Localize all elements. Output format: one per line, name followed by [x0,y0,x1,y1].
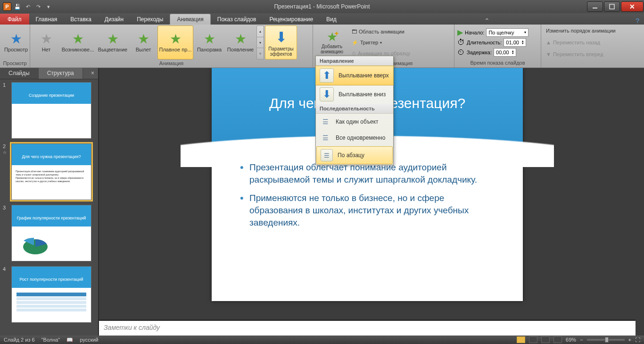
bullet-item: Применяются не только в бизнесе, но и сф… [240,192,499,228]
notes-pane[interactable]: Заметки к слайду [99,319,636,336]
anim-flyin[interactable]: ★Вылет [130,25,157,59]
panel-close-icon[interactable]: × [87,68,98,79]
save-icon[interactable]: 💾 [13,2,22,11]
redo-icon[interactable]: ↷ [34,2,42,11]
delay-spinner[interactable]: 00,00▴▾ [494,48,516,57]
anim-label: Нет [42,47,51,52]
anim-appear[interactable]: ★Возникнове... [60,25,95,59]
slide-body[interactable]: Презентация облегчает понимание аудитори… [240,161,499,235]
clock-icon: ⏱ [457,38,465,47]
option-float-down[interactable]: ⬇ Выплывание вниз [316,85,393,104]
star-icon: ★ [41,33,52,46]
option-all-at-once[interactable]: ☰ Все одновременно [316,130,393,146]
view-sorter-button[interactable] [529,336,537,343]
list-icon: ☰ [320,116,331,127]
animation-gallery-more[interactable]: ▴▾▿ [256,25,264,59]
thumbnail-item[interactable]: 3 График популярности презентаций [3,205,95,261]
thumb-preview[interactable]: Создание презентации [11,82,91,139]
move-later-button[interactable]: ▼Переместить вперед [544,49,618,59]
delay-field: ⏲ Задержка: 00,00▴▾ [457,48,528,57]
preview-button[interactable]: ★ Просмотр [3,25,29,59]
svg-rect-0 [593,8,597,8]
ribbon-tabs: Файл Главная Вставка Дизайн Переходы Ани… [0,13,644,25]
animation-pane-button[interactable]: 🗔Область анимации [350,26,412,37]
group-timing-label: Время показа слайдов [454,60,541,67]
zoom-in-button[interactable]: + [628,337,631,343]
move-earlier-button[interactable]: ▲Переместить назад [544,37,618,48]
tab-transitions[interactable]: Переходы [130,14,170,25]
thumb-preview[interactable]: График популярности презентаций [11,205,91,261]
group-reorder: Изменить порядок анимации ▲Переместить н… [541,25,642,67]
file-tab[interactable]: Файл [0,14,29,25]
undo-icon[interactable]: ↶ [24,2,32,11]
option-as-one[interactable]: ☰ Как один объект [316,114,393,130]
tab-slideshow[interactable]: Показ слайдов [211,14,263,25]
zoom-thumb[interactable] [605,337,609,343]
effect-options-menu: Направление ⬆ Выплывание вверх ⬇ Выплыва… [315,56,394,165]
option-label: Все одновременно [336,134,385,141]
thumbnails-list: 1 Создание презентации 2☆ Для чего нужна… [0,79,98,336]
tab-design[interactable]: Дизайн [98,14,130,25]
thumbnail-item[interactable]: 2☆ Для чего нужна презентация?Презентаци… [3,143,95,200]
vertical-scrollbar[interactable] [636,68,644,336]
fit-to-window-button[interactable]: ⛶ [635,337,640,343]
thumbnail-item[interactable]: 1 Создание презентации [3,82,95,139]
preview-label: Просмотр [4,47,28,52]
start-field: ▶ Начало: По щелчку▾ [457,28,528,37]
zoom-slider[interactable] [587,339,625,341]
anim-label: Возникнове... [62,47,94,52]
star-icon: ★ [204,33,215,46]
spellcheck-icon[interactable]: 📖 [66,337,73,343]
anim-fade[interactable]: ★Выцветание [96,25,129,59]
help-icon[interactable]: ? [631,17,644,25]
group-animation: ★Нет ★Возникнове... ★Выцветание ★Вылет ★… [30,25,313,67]
thumb-number: 1 [3,82,8,139]
view-normal-button[interactable] [517,336,525,343]
start-dropdown[interactable]: По щелчку▾ [486,28,528,37]
zoom-level[interactable]: 69% [566,337,576,343]
animation-indicator-icon: ☆ [3,150,7,155]
anim-wipe[interactable]: ★Появление [225,25,256,59]
star-icon: ★ [138,33,149,46]
tab-home[interactable]: Главная [29,14,64,25]
delay-value: 00,00 [496,50,509,55]
tab-outline[interactable]: Структура [39,68,83,79]
thumbnail-item[interactable]: 4 Рост популярности презентаций [3,266,95,323]
duration-label: Длительность: [467,40,502,45]
tab-insert[interactable]: Вставка [64,14,98,25]
view-slideshow-button[interactable] [553,336,562,343]
language-indicator[interactable]: русский [80,337,98,343]
tab-animation[interactable]: Анимация [170,14,210,25]
star-icon: ★ [235,33,247,46]
thumb-preview[interactable]: Рост популярности презентаций [11,266,91,323]
zoom-out-button[interactable]: − [580,337,583,343]
advanced-buttons: 🗔Область анимации ⚡Триггер▾ ✩Анимация по… [350,26,412,59]
tab-view[interactable]: Вид [320,14,343,25]
anim-floatin[interactable]: ★Плавное пр... [157,25,193,59]
duration-spinner[interactable]: 01,00▴▾ [504,38,526,47]
qat-more-icon[interactable]: ▾ [44,2,53,11]
thumb-body: Презентация облегчает понимание аудитори… [16,170,87,183]
window-controls: ✕ [586,0,644,13]
add-animation-label: Добавить анимацию [317,44,347,54]
add-animation-button[interactable]: ★✦ Добавить анимацию [316,25,348,59]
view-reading-button[interactable] [541,336,550,343]
thumb-preview[interactable]: Для чего нужна презентация?Презентация о… [11,143,91,200]
option-by-paragraph[interactable]: ☰ По абзацу [316,146,393,164]
anim-split[interactable]: ★Панорама [194,25,224,59]
app-icon[interactable]: P [3,2,11,11]
effect-options-button[interactable]: ⬇ Параметры эффектов [265,25,297,59]
maximize-button[interactable] [604,1,620,12]
ribbon-minimize-icon[interactable]: ⌃ [479,17,495,25]
arrow-down-icon: ⬇ [275,29,287,45]
thumb-title: График популярности презентаций [12,216,91,220]
tab-review[interactable]: Рецензирование [263,14,320,25]
tab-slides[interactable]: Слайды [0,68,39,79]
thumb-table [17,293,86,318]
star-icon: ★ [107,33,119,46]
option-float-up[interactable]: ⬆ Выплывание вверх [315,66,394,85]
close-button[interactable]: ✕ [621,1,644,12]
minimize-button[interactable] [587,1,603,12]
trigger-button[interactable]: ⚡Триггер▾ [350,37,412,48]
anim-none[interactable]: ★Нет [33,25,59,59]
